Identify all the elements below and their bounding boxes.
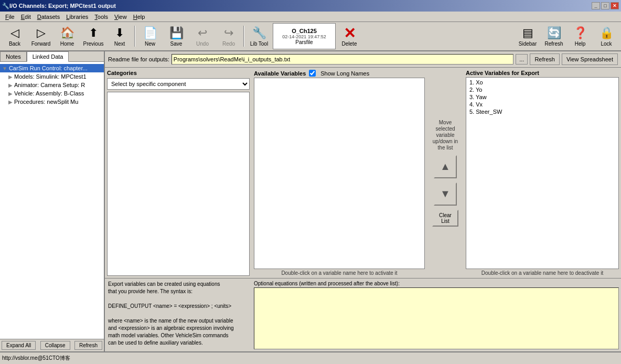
- readme-input[interactable]: [172, 54, 513, 65]
- save-button[interactable]: 💾 Save: [164, 23, 189, 49]
- next-icon: ⬇: [115, 26, 124, 40]
- expand-icon-2: ▶: [8, 74, 13, 80]
- lock-icon: 🔒: [599, 26, 614, 40]
- bottom-left-description: Export variables can be created using eq…: [105, 279, 252, 351]
- tab-linked-data[interactable]: Linked Data: [27, 51, 69, 62]
- expand-icon-5: ▶: [8, 99, 13, 105]
- previous-button[interactable]: ⬆ Previous: [81, 23, 106, 49]
- view-spreadsheet-button[interactable]: View Spreadsheet: [562, 53, 618, 65]
- tree-item-models[interactable]: ▶ Models: Simulink: MPCtest1: [0, 72, 104, 81]
- equations-textarea[interactable]: [254, 287, 619, 349]
- available-variables-label: Available Variables: [254, 70, 306, 77]
- window-title: I/O Channels: Export; MPCtest1 output: [9, 3, 116, 9]
- bottom-area: Export variables can be created using eq…: [105, 278, 621, 351]
- redo-button[interactable]: ↪ Redo: [216, 23, 241, 49]
- active-variable-item[interactable]: 1. Xo: [468, 79, 616, 86]
- readme-browse-button[interactable]: ...: [516, 54, 528, 65]
- sidebar-icon: ▤: [522, 26, 533, 40]
- back-icon: ◁: [10, 26, 19, 40]
- categories-label: Categories: [107, 70, 250, 76]
- sidebar-bottom: Expand All Collapse Refresh: [0, 339, 104, 351]
- expand-icon-3: ▶: [8, 82, 13, 88]
- main-area: Notes Linked Data ▼ CarSim Run Control: …: [0, 51, 621, 351]
- active-variables-list[interactable]: 1. Xo2. Yo3. Yaw4. Vx5. Steer_SW: [466, 77, 619, 269]
- expand-all-button[interactable]: Expand All: [2, 341, 36, 350]
- lib-tool-button[interactable]: 🔧 Lib Tool: [247, 23, 272, 49]
- category-dropdown[interactable]: Select by specific component: [107, 78, 250, 90]
- active-variables-hint: Double-click on a variable name here to …: [466, 270, 619, 276]
- show-long-names-checkbox[interactable]: [309, 70, 316, 77]
- sidebar-refresh-button[interactable]: Refresh: [74, 341, 102, 350]
- undo-button[interactable]: ↩ Undo: [190, 23, 215, 49]
- menu-tools[interactable]: Tools: [91, 13, 111, 21]
- tab-bar: Notes Linked Data: [0, 51, 104, 62]
- tree-item-procedures[interactable]: ▶ Procedures: newSplit Mu: [0, 98, 104, 106]
- menu-help[interactable]: Help: [130, 13, 148, 21]
- arrow-up-icon: [440, 160, 451, 173]
- lock-button[interactable]: 🔒 Lock: [594, 23, 619, 49]
- delete-button[interactable]: ✕ Delete: [337, 26, 362, 47]
- delete-icon: ✕: [344, 26, 356, 41]
- back-button[interactable]: ◁ Back: [2, 23, 27, 49]
- menu-libraries[interactable]: Libraries: [63, 13, 91, 21]
- refresh-icon: 🔄: [547, 26, 561, 40]
- center-panel: Available Variables Show Long Names Doub…: [252, 68, 427, 278]
- menu-datasets[interactable]: Datasets: [34, 13, 63, 21]
- title-bar: 🔧 I/O Channels: Export; MPCtest1 output …: [0, 0, 621, 12]
- next-button[interactable]: ⬇ Next: [107, 23, 132, 49]
- menu-view[interactable]: View: [111, 13, 130, 21]
- expand-icon-4: ▶: [8, 91, 13, 97]
- collapse-button[interactable]: Collapse: [40, 341, 70, 350]
- refresh-button[interactable]: 🔄 Refresh: [541, 23, 566, 49]
- home-button[interactable]: 🏠 Home: [55, 23, 80, 49]
- title-icon: 🔧: [2, 3, 9, 9]
- active-variables-label: Active Variables for Export: [466, 70, 619, 76]
- active-variable-item[interactable]: 4. Vx: [468, 101, 616, 108]
- tree-item-carsim-run-control[interactable]: ▼ CarSim Run Control: chapter...: [0, 64, 104, 72]
- readme-refresh-button[interactable]: Refresh: [530, 53, 560, 65]
- available-header: Available Variables Show Long Names: [254, 70, 425, 77]
- parsfile-area: O_Ch125 02-14-2021 19:47:52 Parsfile: [273, 23, 336, 49]
- menu-file[interactable]: File: [2, 13, 18, 21]
- tree-item-animator[interactable]: ▶ Animator: Camera Setup: R: [0, 81, 104, 89]
- help-button[interactable]: ❓ Help: [568, 23, 593, 49]
- description-line: can be used to define auxiliary variable…: [108, 339, 249, 347]
- expand-icon: ▼: [2, 66, 7, 71]
- available-variables-hint: Double-click on a variable name here to …: [254, 270, 425, 276]
- readme-row: Readme file for outputs: ... Refresh Vie…: [105, 51, 621, 68]
- description-line: [108, 295, 249, 303]
- close-button[interactable]: ✕: [611, 2, 619, 9]
- sidebar: Notes Linked Data ▼ CarSim Run Control: …: [0, 51, 105, 351]
- description-line: math model variables. Other VehicleSim c…: [108, 332, 249, 339]
- active-variable-item[interactable]: 3. Yaw: [468, 93, 616, 101]
- middle-area: Categories Select by specific component …: [105, 68, 621, 278]
- menu-edit[interactable]: Edit: [18, 13, 34, 21]
- minimize-button[interactable]: _: [592, 2, 600, 9]
- description-line: Export variables can be created using eq…: [108, 281, 249, 288]
- maximize-button[interactable]: □: [601, 2, 609, 9]
- help-icon: ❓: [573, 26, 587, 40]
- clear-list-button[interactable]: ClearList: [432, 210, 458, 227]
- active-variable-item[interactable]: 5. Steer_SW: [468, 108, 616, 115]
- forward-button[interactable]: ▷ Forward: [28, 23, 53, 49]
- description-line: that you provide here. The syntax is:: [108, 288, 249, 295]
- tree-item-vehicle[interactable]: ▶ Vehicle: Assembly: B-Class: [0, 89, 104, 98]
- move-label: Move selected variable up/down in the li…: [429, 120, 462, 151]
- readme-label: Readme file for outputs:: [108, 56, 169, 62]
- tab-notes[interactable]: Notes: [0, 51, 27, 61]
- categories-list[interactable]: [107, 92, 250, 276]
- show-long-names-label: Show Long Names: [320, 70, 369, 77]
- sidebar-button[interactable]: ▤ Sidebar: [515, 23, 540, 49]
- menu-bar: File Edit Datasets Libraries Tools View …: [0, 12, 621, 22]
- lib-tool-icon: 🔧: [252, 26, 266, 40]
- available-variables-list[interactable]: [254, 78, 425, 269]
- arrow-down-icon: [440, 188, 451, 200]
- move-up-button[interactable]: [434, 155, 457, 178]
- right-panel: Active Variables for Export 1. Xo2. Yo3.…: [464, 68, 621, 278]
- new-button[interactable]: 📄 New: [137, 23, 163, 49]
- status-bar: http://vsblог.me@51CTO博客: [0, 351, 621, 364]
- move-down-button[interactable]: [434, 183, 457, 206]
- home-icon: 🏠: [60, 26, 74, 40]
- active-variable-item[interactable]: 2. Yo: [468, 86, 616, 93]
- toolbar-separator-2: [243, 26, 244, 47]
